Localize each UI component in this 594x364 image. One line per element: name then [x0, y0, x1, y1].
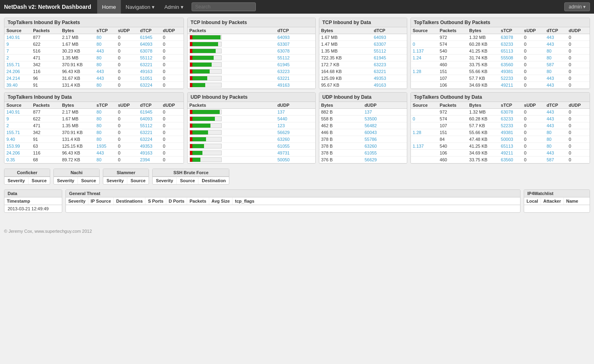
table-cell[interactable]: 587: [545, 157, 567, 163]
table-cell[interactable]: 80: [94, 136, 116, 143]
table-cell-source[interactable]: 24.214: [4, 75, 31, 82]
table-cell[interactable]: 55786: [363, 136, 407, 143]
nav-admin[interactable]: Admin ▾: [159, 0, 188, 14]
table-cell[interactable]: 61945: [138, 109, 161, 116]
table-cell-source[interactable]: [411, 150, 438, 157]
table-cell[interactable]: 137: [363, 109, 407, 116]
table-cell[interactable]: 56482: [363, 122, 407, 129]
table-cell[interactable]: 49163: [372, 82, 407, 89]
table-cell-source[interactable]: 2: [4, 122, 31, 129]
table-cell-source[interactable]: 1.137: [411, 48, 438, 55]
table-cell[interactable]: 63233: [499, 116, 522, 122]
table-cell-source[interactable]: 1.137: [411, 143, 438, 150]
table-cell-source[interactable]: 1.28: [411, 68, 438, 75]
table-cell[interactable]: 61945: [138, 34, 161, 41]
table-cell[interactable]: 63307: [372, 41, 407, 48]
table-cell[interactable]: 63223: [372, 61, 407, 68]
table-cell-source[interactable]: 9: [4, 41, 31, 48]
table-cell-source[interactable]: 24.206: [4, 68, 31, 75]
table-cell[interactable]: 49381: [499, 129, 522, 136]
table-cell[interactable]: 65113: [499, 143, 522, 150]
table-cell[interactable]: 1935: [94, 143, 116, 150]
table-cell[interactable]: 443: [545, 75, 567, 82]
table-cell[interactable]: 63307: [276, 41, 315, 48]
table-cell[interactable]: 2394: [138, 157, 161, 163]
table-cell[interactable]: 80: [94, 55, 116, 61]
nav-home[interactable]: Home: [97, 0, 121, 14]
table-cell[interactable]: 80: [545, 68, 567, 75]
table-cell[interactable]: 60043: [363, 129, 407, 136]
table-cell-source[interactable]: 9.40: [4, 136, 31, 143]
table-cell[interactable]: 443: [545, 109, 567, 116]
table-cell-source[interactable]: 1.24: [411, 55, 438, 61]
table-cell-source[interactable]: 9: [4, 116, 31, 122]
table-cell-source[interactable]: 155.71: [4, 61, 31, 68]
table-cell[interactable]: 80: [94, 116, 116, 122]
table-cell[interactable]: 49211: [499, 150, 522, 157]
table-cell[interactable]: 80: [94, 41, 116, 48]
table-cell[interactable]: 64093: [138, 41, 161, 48]
table-cell[interactable]: 80: [94, 129, 116, 136]
table-cell[interactable]: 61055: [276, 143, 315, 150]
table-cell[interactable]: 63078: [138, 48, 161, 55]
table-cell[interactable]: 64093: [276, 34, 315, 41]
table-cell[interactable]: 55112: [372, 48, 407, 55]
table-cell-source[interactable]: [411, 34, 438, 41]
table-cell-source[interactable]: [411, 61, 438, 68]
table-cell[interactable]: 49163: [138, 68, 161, 75]
table-cell[interactable]: 80: [545, 136, 567, 143]
table-cell[interactable]: 123: [276, 122, 315, 129]
table-cell[interactable]: 137: [276, 109, 315, 116]
table-cell-source[interactable]: 7: [4, 48, 31, 55]
table-cell-source[interactable]: 0.35: [4, 157, 31, 163]
table-cell[interactable]: 80: [94, 109, 116, 116]
table-cell-source[interactable]: 0: [411, 41, 438, 48]
table-cell[interactable]: 63078: [499, 34, 522, 41]
table-cell-source[interactable]: 24.206: [4, 150, 31, 157]
table-cell[interactable]: 55112: [276, 55, 315, 61]
table-cell[interactable]: 63233: [499, 41, 522, 48]
table-cell[interactable]: 53500: [363, 116, 407, 122]
table-cell[interactable]: 63560: [499, 157, 522, 163]
table-cell[interactable]: 443: [94, 75, 116, 82]
table-cell[interactable]: 80: [545, 48, 567, 55]
table-cell[interactable]: 64093: [138, 116, 161, 122]
table-cell[interactable]: 61055: [363, 150, 407, 157]
table-cell[interactable]: 49211: [499, 82, 522, 89]
table-cell[interactable]: 443: [545, 82, 567, 89]
table-cell[interactable]: 63078: [499, 109, 522, 116]
table-cell-source[interactable]: 155.71: [4, 129, 31, 136]
table-cell[interactable]: 49353: [138, 143, 161, 150]
table-cell-source[interactable]: 1.28: [411, 129, 438, 136]
table-cell-source[interactable]: [411, 122, 438, 129]
table-cell[interactable]: 63260: [276, 136, 315, 143]
nav-navigation[interactable]: Navigation ▾: [121, 0, 159, 14]
table-cell-source[interactable]: 39.40: [4, 82, 31, 89]
table-cell[interactable]: 49731: [276, 150, 315, 157]
table-cell[interactable]: 61945: [276, 61, 315, 68]
table-cell[interactable]: 80: [94, 34, 116, 41]
table-cell[interactable]: 55508: [499, 55, 522, 61]
table-cell[interactable]: 443: [545, 34, 567, 41]
table-cell[interactable]: 63221: [372, 68, 407, 75]
table-cell[interactable]: 443: [94, 48, 116, 55]
table-cell-source[interactable]: 140.91: [4, 34, 31, 41]
table-cell[interactable]: 49163: [276, 82, 315, 89]
table-cell[interactable]: 443: [94, 68, 116, 75]
table-cell-source[interactable]: [411, 82, 438, 89]
table-cell[interactable]: 55112: [138, 122, 161, 129]
table-cell[interactable]: 65113: [499, 48, 522, 55]
table-cell[interactable]: 50050: [276, 157, 315, 163]
table-cell[interactable]: 52233: [499, 122, 522, 129]
table-cell[interactable]: 61945: [372, 55, 407, 61]
search-input[interactable]: [192, 2, 256, 11]
admin-button[interactable]: admin ▾: [564, 2, 590, 11]
table-cell[interactable]: 443: [545, 116, 567, 122]
table-cell[interactable]: 55112: [138, 55, 161, 61]
table-cell-source[interactable]: [411, 157, 438, 163]
table-cell[interactable]: 443: [545, 150, 567, 157]
table-cell[interactable]: 49353: [372, 75, 407, 82]
table-cell[interactable]: 50003: [499, 136, 522, 143]
table-cell-source[interactable]: [411, 136, 438, 143]
table-cell[interactable]: 49381: [499, 68, 522, 75]
